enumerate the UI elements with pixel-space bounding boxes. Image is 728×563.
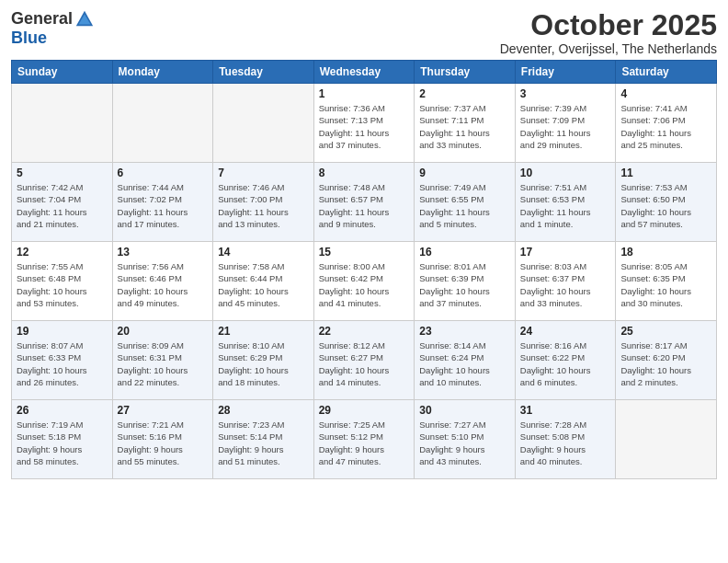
logo-blue-text: Blue [11, 29, 95, 48]
day-number: 11 [620, 167, 711, 179]
calendar-cell: 8Sunrise: 7:48 AM Sunset: 6:57 PM Daylig… [313, 163, 415, 242]
day-info: Sunrise: 8:14 AM Sunset: 6:24 PM Dayligh… [419, 339, 510, 388]
day-info: Sunrise: 7:51 AM Sunset: 6:53 PM Dayligh… [520, 181, 611, 230]
calendar-cell: 22Sunrise: 8:12 AM Sunset: 6:27 PM Dayli… [313, 321, 415, 400]
day-info: Sunrise: 8:09 AM Sunset: 6:31 PM Dayligh… [118, 339, 209, 388]
calendar-cell: 23Sunrise: 8:14 AM Sunset: 6:24 PM Dayli… [415, 321, 516, 400]
day-number: 22 [319, 325, 410, 338]
calendar-cell: 13Sunrise: 7:56 AM Sunset: 6:46 PM Dayli… [112, 242, 213, 321]
day-info: Sunrise: 7:23 AM Sunset: 5:14 PM Dayligh… [218, 419, 309, 467]
day-info: Sunrise: 7:48 AM Sunset: 6:57 PM Dayligh… [319, 181, 410, 230]
day-info: Sunrise: 7:19 AM Sunset: 5:18 PM Dayligh… [17, 419, 108, 467]
calendar-week-row: 1Sunrise: 7:36 AM Sunset: 7:13 PM Daylig… [12, 84, 717, 163]
calendar-cell: 30Sunrise: 7:27 AM Sunset: 5:10 PM Dayli… [415, 400, 516, 479]
calendar-cell: 19Sunrise: 8:07 AM Sunset: 6:33 PM Dayli… [12, 321, 113, 400]
calendar-cell [616, 400, 717, 479]
day-number: 19 [17, 325, 108, 338]
day-number: 1 [319, 87, 410, 100]
calendar-cell: 9Sunrise: 7:49 AM Sunset: 6:55 PM Daylig… [415, 163, 516, 242]
title-block: October 2025 Deventer, Overijssel, The N… [500, 9, 717, 56]
day-number: 15 [319, 246, 410, 259]
calendar-cell: 12Sunrise: 7:55 AM Sunset: 6:48 PM Dayli… [12, 242, 113, 321]
day-number: 10 [520, 167, 611, 179]
day-info: Sunrise: 7:41 AM Sunset: 7:06 PM Dayligh… [620, 102, 711, 151]
day-info: Sunrise: 7:55 AM Sunset: 6:48 PM Dayligh… [17, 260, 108, 309]
calendar-cell [12, 84, 113, 163]
calendar-cell: 28Sunrise: 7:23 AM Sunset: 5:14 PM Dayli… [213, 400, 314, 479]
calendar-cell: 3Sunrise: 7:39 AM Sunset: 7:09 PM Daylig… [515, 84, 616, 163]
calendar-week-row: 26Sunrise: 7:19 AM Sunset: 5:18 PM Dayli… [12, 400, 717, 479]
day-number: 7 [218, 167, 309, 179]
day-number: 13 [118, 246, 209, 259]
day-number: 8 [319, 167, 410, 179]
day-info: Sunrise: 7:27 AM Sunset: 5:10 PM Dayligh… [419, 419, 510, 467]
calendar-week-row: 19Sunrise: 8:07 AM Sunset: 6:33 PM Dayli… [12, 321, 717, 400]
calendar-week-row: 5Sunrise: 7:42 AM Sunset: 7:04 PM Daylig… [12, 163, 717, 242]
day-info: Sunrise: 8:01 AM Sunset: 6:39 PM Dayligh… [419, 260, 510, 309]
day-info: Sunrise: 8:03 AM Sunset: 6:37 PM Dayligh… [520, 260, 611, 309]
day-info: Sunrise: 7:21 AM Sunset: 5:16 PM Dayligh… [118, 419, 209, 467]
page-container: General Blue October 2025 Deventer, Over… [0, 0, 728, 485]
day-number: 3 [520, 87, 611, 100]
day-number: 27 [118, 404, 209, 417]
day-info: Sunrise: 7:36 AM Sunset: 7:13 PM Dayligh… [319, 102, 410, 151]
calendar-cell: 6Sunrise: 7:44 AM Sunset: 7:02 PM Daylig… [112, 163, 213, 242]
col-monday: Monday [112, 61, 213, 84]
day-number: 14 [218, 246, 309, 259]
day-info: Sunrise: 7:37 AM Sunset: 7:11 PM Dayligh… [419, 102, 510, 151]
day-info: Sunrise: 7:46 AM Sunset: 7:00 PM Dayligh… [218, 181, 309, 230]
day-info: Sunrise: 7:25 AM Sunset: 5:12 PM Dayligh… [319, 419, 410, 467]
header: General Blue October 2025 Deventer, Over… [11, 9, 717, 56]
calendar-body: 1Sunrise: 7:36 AM Sunset: 7:13 PM Daylig… [12, 84, 717, 479]
day-number: 5 [17, 167, 108, 179]
calendar-cell: 5Sunrise: 7:42 AM Sunset: 7:04 PM Daylig… [12, 163, 113, 242]
day-info: Sunrise: 8:00 AM Sunset: 6:42 PM Dayligh… [319, 260, 410, 309]
logo-general-text: General [11, 10, 73, 29]
logo: General Blue [11, 9, 95, 48]
logo-icon [74, 9, 95, 29]
day-info: Sunrise: 7:53 AM Sunset: 6:50 PM Dayligh… [620, 181, 711, 230]
day-info: Sunrise: 7:49 AM Sunset: 6:55 PM Dayligh… [419, 181, 510, 230]
day-number: 31 [520, 404, 611, 417]
calendar-week-row: 12Sunrise: 7:55 AM Sunset: 6:48 PM Dayli… [12, 242, 717, 321]
day-info: Sunrise: 8:16 AM Sunset: 6:22 PM Dayligh… [520, 339, 611, 388]
day-number: 20 [118, 325, 209, 338]
day-number: 12 [17, 246, 108, 259]
calendar-cell: 2Sunrise: 7:37 AM Sunset: 7:11 PM Daylig… [415, 84, 516, 163]
calendar-cell: 14Sunrise: 7:58 AM Sunset: 6:44 PM Dayli… [213, 242, 314, 321]
day-info: Sunrise: 8:07 AM Sunset: 6:33 PM Dayligh… [17, 339, 108, 388]
day-info: Sunrise: 8:10 AM Sunset: 6:29 PM Dayligh… [218, 339, 309, 388]
calendar-cell: 25Sunrise: 8:17 AM Sunset: 6:20 PM Dayli… [616, 321, 717, 400]
calendar-cell: 29Sunrise: 7:25 AM Sunset: 5:12 PM Dayli… [313, 400, 415, 479]
day-number: 16 [419, 246, 510, 259]
day-number: 26 [17, 404, 108, 417]
calendar-cell: 17Sunrise: 8:03 AM Sunset: 6:37 PM Dayli… [515, 242, 616, 321]
col-tuesday: Tuesday [213, 61, 314, 84]
day-number: 24 [520, 325, 611, 338]
calendar-cell: 24Sunrise: 8:16 AM Sunset: 6:22 PM Dayli… [515, 321, 616, 400]
day-number: 18 [620, 246, 711, 259]
day-info: Sunrise: 8:12 AM Sunset: 6:27 PM Dayligh… [319, 339, 410, 388]
day-info: Sunrise: 8:17 AM Sunset: 6:20 PM Dayligh… [620, 339, 711, 388]
day-number: 30 [419, 404, 510, 417]
day-info: Sunrise: 7:56 AM Sunset: 6:46 PM Dayligh… [118, 260, 209, 309]
calendar-cell [112, 84, 213, 163]
calendar-table: Sunday Monday Tuesday Wednesday Thursday… [11, 60, 717, 479]
day-info: Sunrise: 8:05 AM Sunset: 6:35 PM Dayligh… [620, 260, 711, 309]
day-number: 9 [419, 167, 510, 179]
day-number: 25 [620, 325, 711, 338]
day-number: 28 [218, 404, 309, 417]
day-info: Sunrise: 7:28 AM Sunset: 5:08 PM Dayligh… [520, 419, 611, 467]
col-wednesday: Wednesday [313, 61, 415, 84]
calendar-cell: 20Sunrise: 8:09 AM Sunset: 6:31 PM Dayli… [112, 321, 213, 400]
col-friday: Friday [515, 61, 616, 84]
calendar-cell: 1Sunrise: 7:36 AM Sunset: 7:13 PM Daylig… [313, 84, 415, 163]
calendar-cell: 16Sunrise: 8:01 AM Sunset: 6:39 PM Dayli… [415, 242, 516, 321]
calendar-cell: 4Sunrise: 7:41 AM Sunset: 7:06 PM Daylig… [616, 84, 717, 163]
calendar-cell: 21Sunrise: 8:10 AM Sunset: 6:29 PM Dayli… [213, 321, 314, 400]
day-number: 6 [118, 167, 209, 179]
col-sunday: Sunday [12, 61, 113, 84]
location-subtitle: Deventer, Overijssel, The Netherlands [500, 41, 717, 56]
calendar-cell: 10Sunrise: 7:51 AM Sunset: 6:53 PM Dayli… [515, 163, 616, 242]
calendar-cell [213, 84, 314, 163]
